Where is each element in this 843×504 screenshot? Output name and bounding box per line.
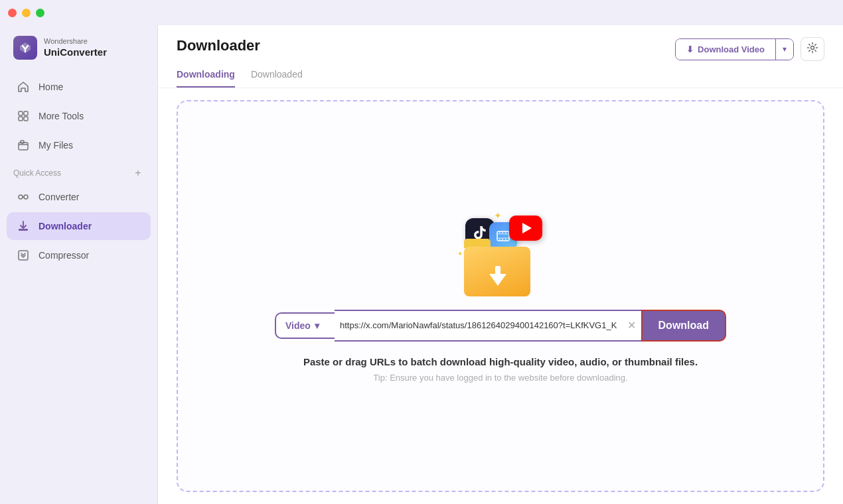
svg-rect-3 [19, 117, 23, 121]
svg-rect-4 [24, 117, 28, 121]
sidebar-item-compressor[interactable]: Compressor [7, 241, 151, 269]
sidebar-item-my-files[interactable]: My Files [7, 131, 151, 159]
brand-name: Wondershare [44, 37, 107, 46]
drop-tip: Tip: Ensure you have logged in to the we… [373, 373, 627, 383]
sparkle-3: ✦ [457, 250, 463, 257]
svg-rect-14 [497, 237, 509, 239]
logo-icon [13, 36, 37, 60]
sidebar-item-home[interactable]: Home [7, 73, 151, 101]
folder-body [464, 247, 530, 296]
video-type-chevron: ▾ [315, 320, 319, 331]
svg-point-8 [24, 195, 28, 199]
sidebar-item-compressor-label: Compressor [38, 250, 89, 261]
sidebar-item-my-files-label: My Files [38, 140, 73, 151]
quick-access-nav: Converter Downloader Compressor [0, 183, 157, 269]
sidebar-item-converter-label: Converter [38, 192, 79, 202]
chevron-down-icon: ▾ [783, 44, 787, 54]
download-video-label: Download Video [698, 44, 765, 54]
sidebar: Wondershare UniConverter Home More T [0, 0, 158, 504]
sidebar-item-more-tools[interactable]: More Tools [7, 102, 151, 130]
download-video-button[interactable]: ⬇ Download Video [676, 39, 775, 60]
svg-point-7 [19, 195, 23, 199]
sidebar-item-home-label: Home [38, 82, 63, 92]
window-controls[interactable] [8, 9, 44, 17]
play-triangle [522, 223, 532, 233]
illustration: ✦ ✦ ✦ [457, 210, 544, 296]
url-download-button[interactable]: Download [641, 310, 726, 342]
home-icon [16, 80, 31, 94]
quick-access-label: Quick Access [13, 168, 61, 178]
tabs: Downloading Downloaded [158, 61, 843, 88]
logo-text: Wondershare UniConverter [44, 37, 107, 58]
sidebar-item-converter[interactable]: Converter [7, 183, 151, 211]
minimize-button[interactable] [22, 9, 31, 17]
compressor-icon [16, 248, 31, 263]
tab-downloaded[interactable]: Downloaded [251, 69, 303, 88]
url-input-area: Video ▾ ✕ Download [275, 310, 726, 342]
svg-rect-20 [505, 239, 506, 241]
svg-rect-16 [502, 231, 504, 233]
sidebar-item-downloader[interactable]: Downloader [7, 212, 151, 240]
downloader-icon [16, 219, 31, 233]
drop-zone[interactable]: ✦ ✦ ✦ [177, 100, 824, 492]
svg-rect-1 [19, 111, 23, 115]
sparkle-1: ✦ [494, 210, 502, 221]
quick-access-header: Quick Access + [0, 159, 157, 183]
page-title: Downloader [177, 37, 260, 54]
url-input-wrap: ✕ [335, 310, 641, 342]
svg-rect-17 [505, 231, 506, 233]
quick-access-add-button[interactable]: + [132, 167, 144, 179]
video-type-select[interactable]: Video ▾ [275, 312, 335, 339]
svg-point-11 [811, 46, 814, 50]
svg-rect-13 [497, 233, 509, 235]
drop-hint: Paste or drag URLs to batch download hig… [303, 356, 698, 367]
svg-rect-15 [499, 231, 500, 233]
converter-icon [16, 190, 31, 204]
maximize-button[interactable] [36, 9, 44, 17]
svg-rect-9 [19, 229, 28, 231]
settings-icon [806, 42, 818, 56]
url-clear-button[interactable]: ✕ [622, 319, 641, 332]
url-input[interactable] [335, 311, 622, 340]
svg-rect-2 [24, 111, 28, 115]
main-header: Downloader ⬇ Download Video ▾ [158, 25, 843, 61]
video-type-label: Video [285, 320, 311, 331]
svg-rect-6 [21, 141, 24, 143]
sidebar-item-more-tools-label: More Tools [38, 111, 84, 121]
tab-downloading[interactable]: Downloading [177, 69, 235, 88]
download-icon: ⬇ [686, 44, 694, 54]
download-video-btn-wrap: ⬇ Download Video ▾ [675, 38, 794, 60]
svg-rect-19 [502, 239, 504, 241]
clear-icon: ✕ [627, 319, 636, 332]
my-files-icon [16, 138, 31, 153]
sidebar-logo: Wondershare UniConverter [0, 25, 157, 73]
close-button[interactable] [8, 9, 17, 17]
sidebar-item-downloader-label: Downloader [38, 221, 92, 231]
settings-button[interactable] [801, 37, 824, 61]
download-video-dropdown-button[interactable]: ▾ [775, 39, 793, 60]
sidebar-nav: Home More Tools My Files [0, 73, 157, 159]
url-download-label: Download [658, 320, 709, 331]
header-actions: ⬇ Download Video ▾ [675, 37, 824, 61]
main-content: Downloader ⬇ Download Video ▾ [158, 0, 843, 504]
titlebar [0, 0, 843, 25]
product-name: UniConverter [44, 46, 107, 58]
youtube-icon [509, 216, 542, 241]
svg-rect-18 [499, 239, 500, 241]
more-tools-icon [16, 109, 31, 123]
